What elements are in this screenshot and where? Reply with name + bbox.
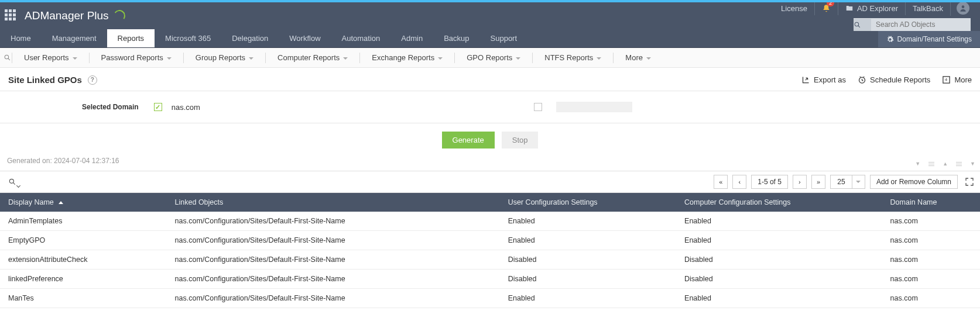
- nav-backup[interactable]: Backup: [433, 29, 479, 47]
- table-search-icon[interactable]: [6, 175, 19, 188]
- grip-lines-icon: [956, 162, 962, 166]
- notifications-button[interactable]: 2: [814, 2, 838, 15]
- domain-checkbox-1[interactable]: [154, 103, 162, 111]
- brand[interactable]: ADManager Plus: [25, 9, 125, 22]
- cell-user: Enabled: [500, 289, 676, 308]
- add-remove-column-button[interactable]: Add or Remove Column: [870, 175, 958, 189]
- cell-domain: nas.com: [882, 270, 980, 289]
- nav-delegation[interactable]: Delegation: [221, 29, 279, 47]
- cell-computer: Enabled: [676, 231, 882, 250]
- subnav-gpo-reports[interactable]: GPO Reports: [455, 53, 532, 62]
- subnav-search-icon[interactable]: [0, 54, 12, 61]
- table-toolbar: « ‹ 1-5 of 5 › » 25 Add or Remove Column: [0, 171, 980, 193]
- domain-name-2-redacted: [556, 102, 632, 112]
- col-linked-objects[interactable]: Linked Objects: [167, 193, 500, 212]
- results-table: Display Name Linked Objects User Configu…: [0, 193, 980, 308]
- grip-lines-icon: [928, 162, 934, 166]
- page-last-button[interactable]: »: [811, 175, 825, 189]
- more-label: More: [954, 75, 972, 84]
- apps-grid-icon[interactable]: [5, 9, 18, 22]
- cell-domain: nas.com: [882, 212, 980, 231]
- topbar-right: License 2 AD Explorer TalkBack: [774, 1, 975, 31]
- col-domain-name[interactable]: Domain Name: [882, 193, 980, 212]
- nav-admin[interactable]: Admin: [390, 29, 433, 47]
- page-size-selector[interactable]: 25: [830, 175, 865, 189]
- subnav-computer-reports[interactable]: Computer Reports: [266, 53, 359, 62]
- notification-badge: 2: [827, 0, 834, 6]
- user-avatar-button[interactable]: [950, 1, 975, 16]
- subnav-user-reports[interactable]: User Reports: [12, 53, 89, 62]
- subnav-exchange-reports[interactable]: Exchange Reports: [360, 53, 454, 62]
- arrow-up-icon: ▲: [943, 161, 948, 167]
- schedule-button[interactable]: Schedule Reports: [858, 75, 930, 84]
- help-icon[interactable]: ?: [88, 75, 97, 85]
- talkback-link[interactable]: TalkBack: [905, 2, 950, 15]
- cell-computer: Enabled: [676, 289, 882, 308]
- domain-settings-button[interactable]: Domain/Tenant Settings: [878, 31, 980, 47]
- table-row[interactable]: extensionAttributeChecknas.com/Configura…: [0, 250, 980, 270]
- subnav-label: GPO Reports: [467, 53, 512, 62]
- svg-point-3: [5, 55, 9, 59]
- filter-area: Selected Domain nas.com: [0, 91, 980, 123]
- ad-explorer-label: AD Explorer: [857, 4, 898, 13]
- license-link[interactable]: License: [774, 2, 814, 15]
- subnav-password-reports[interactable]: Password Reports: [90, 53, 183, 62]
- more-button[interactable]: More: [942, 75, 972, 84]
- nav-reports[interactable]: Reports: [107, 29, 155, 47]
- search-input[interactable]: [871, 18, 971, 31]
- subnav-label: Exchange Reports: [372, 53, 434, 62]
- subnav-label: NTFS Reports: [544, 53, 593, 62]
- arrow-down-icon: ▼: [970, 161, 975, 167]
- folder-icon: [845, 4, 854, 12]
- fullscreen-icon[interactable]: [965, 177, 974, 187]
- topbar: ADManager Plus License 2 AD Explorer Tal…: [0, 2, 980, 29]
- search-icon[interactable]: [854, 19, 871, 31]
- table-header-row: Display Name Linked Objects User Configu…: [0, 193, 980, 212]
- generate-button[interactable]: Generate: [442, 132, 495, 149]
- schedule-label: Schedule Reports: [870, 75, 930, 84]
- cell-domain: nas.com: [882, 231, 980, 250]
- cell-display_name: ManTes: [0, 289, 167, 308]
- table-row[interactable]: AdminTemplatesnas.com/Configuration/Site…: [0, 212, 980, 231]
- cell-domain: nas.com: [882, 289, 980, 308]
- page-prev-button[interactable]: ‹: [732, 175, 746, 189]
- nav-home[interactable]: Home: [0, 29, 42, 47]
- page-header: Site Linked GPOs ? Export as Schedule Re…: [0, 68, 980, 91]
- domain-name-1: nas.com: [172, 103, 200, 112]
- global-search[interactable]: [854, 18, 971, 31]
- domain-settings-label: Domain/Tenant Settings: [897, 35, 972, 43]
- more-icon: [942, 75, 951, 84]
- ad-explorer-link[interactable]: AD Explorer: [838, 2, 905, 15]
- subnav-ntfs-reports[interactable]: NTFS Reports: [533, 53, 613, 62]
- subnav-label: Computer Reports: [277, 53, 340, 62]
- export-button[interactable]: Export as: [801, 75, 846, 84]
- gear-icon: [886, 36, 894, 43]
- chevron-down-icon: [249, 57, 253, 60]
- nav-workflow[interactable]: Workflow: [279, 29, 331, 47]
- stop-button[interactable]: Stop: [502, 132, 539, 149]
- generated-on-text: Generated on: 2024-07-04 12:37:16: [0, 157, 126, 171]
- cell-linked: nas.com/Configuration/Sites/Default-Firs…: [167, 289, 500, 308]
- page-first-button[interactable]: «: [714, 175, 728, 189]
- subnav-group-reports[interactable]: Group Reports: [184, 53, 265, 62]
- svg-point-1: [855, 22, 859, 26]
- col-display-name[interactable]: Display Name: [0, 193, 167, 212]
- subnav-more[interactable]: More: [614, 53, 663, 62]
- nav-automation[interactable]: Automation: [331, 29, 391, 47]
- resize-grip[interactable]: ▼ ▲ ▼: [915, 161, 980, 167]
- table-row[interactable]: EmptyGPOnas.com/Configuration/Sites/Defa…: [0, 231, 980, 250]
- page-next-button[interactable]: ›: [793, 175, 807, 189]
- table-row[interactable]: ManTesnas.com/Configuration/Sites/Defaul…: [0, 289, 980, 308]
- nav-microsoft365[interactable]: Microsoft 365: [155, 29, 221, 47]
- cell-linked: nas.com/Configuration/Sites/Default-Firs…: [167, 212, 500, 231]
- col-computer-config[interactable]: Computer Configuration Settings: [676, 193, 882, 212]
- table-row[interactable]: linkedPreferencenas.com/Configuration/Si…: [0, 270, 980, 289]
- page-size-dropdown[interactable]: [852, 175, 865, 189]
- domain-checkbox-2[interactable]: [534, 103, 542, 111]
- col-user-config[interactable]: User Configuration Settings: [500, 193, 676, 212]
- nav-management[interactable]: Management: [42, 29, 107, 47]
- nav-support[interactable]: Support: [480, 29, 528, 47]
- brand-swoosh-icon: [112, 9, 126, 22]
- svg-line-8: [13, 182, 15, 184]
- cell-linked: nas.com/Configuration/Sites/Default-Firs…: [167, 270, 500, 289]
